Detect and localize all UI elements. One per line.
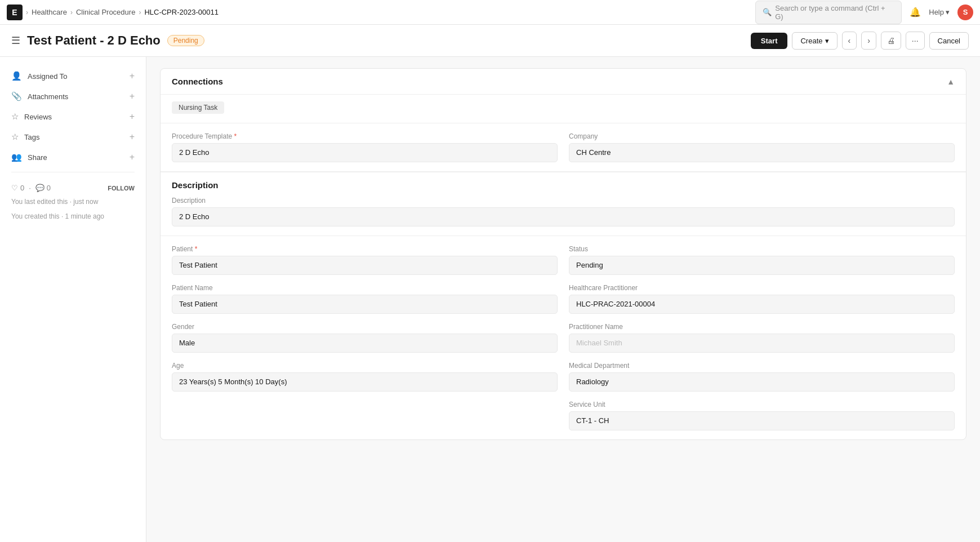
- healthcare-practitioner-label: Healthcare Practitioner: [569, 284, 955, 292]
- breadcrumb-clinical-procedure[interactable]: Clinical Procedure: [76, 8, 136, 16]
- comment-icon: 💬: [35, 184, 44, 192]
- patient-value[interactable]: Test Patient: [172, 256, 558, 275]
- share-add-icon[interactable]: +: [130, 152, 135, 162]
- sidebar-item-assigned-to-label: Assigned To: [28, 72, 68, 81]
- create-chevron-icon: ▾: [825, 37, 829, 45]
- connections-collapse-icon[interactable]: ▲: [947, 77, 955, 86]
- layout: 👤 Assigned To + 📎 Attachments + ☆ Review…: [0, 57, 980, 542]
- heart-icon: ♡: [11, 184, 18, 192]
- share-icon: 👥: [11, 152, 22, 162]
- prev-button[interactable]: ‹: [842, 32, 857, 50]
- comments-count[interactable]: 💬 0: [35, 184, 51, 192]
- sidebar-item-tags-label: Tags: [24, 133, 39, 141]
- age-field: Age 23 Years(s) 5 Month(s) 10 Day(s): [172, 362, 558, 392]
- breadcrumb: E › Healthcare › Clinical Procedure › HL…: [7, 5, 219, 20]
- create-label: Create: [800, 37, 822, 45]
- notification-bell-icon[interactable]: 🔔: [910, 7, 921, 17]
- sep2: ›: [70, 8, 73, 16]
- topbar-right: 🔍 Search or type a command (Ctrl + G) 🔔 …: [755, 1, 973, 24]
- page-header-left: ☰ Test Patient - 2 D Echo Pending: [11, 33, 204, 48]
- service-unit-field: Service Unit CT-1 - CH: [569, 401, 955, 430]
- follow-button[interactable]: FOLLOW: [108, 185, 135, 192]
- gender-value[interactable]: Male: [172, 334, 558, 353]
- age-spacer: [172, 401, 558, 430]
- sidebar-item-attachments-label: Attachments: [28, 92, 68, 101]
- gender-field: Gender Male: [172, 323, 558, 353]
- medical-department-field: Medical Department Radiology: [569, 362, 955, 392]
- app-icon[interactable]: E: [7, 5, 23, 20]
- user-avatar[interactable]: S: [957, 5, 973, 20]
- attachments-add-icon[interactable]: +: [130, 91, 135, 101]
- sidebar-item-tags[interactable]: ☆ Tags +: [0, 127, 146, 147]
- connections-title: Connections: [172, 77, 223, 86]
- medical-department-value[interactable]: Radiology: [569, 372, 955, 392]
- status-badge: Pending: [167, 35, 204, 46]
- create-button[interactable]: Create ▾: [792, 32, 837, 50]
- reviews-add-icon[interactable]: +: [130, 112, 135, 122]
- page-header-right: Start Create ▾ ‹ › 🖨 ··· Cancel: [751, 32, 969, 50]
- tags-add-icon[interactable]: +: [130, 132, 135, 142]
- patient-name-value[interactable]: Test Patient: [172, 295, 558, 314]
- created-timestamp: You created this · 1 minute ago: [11, 211, 135, 221]
- gender-label: Gender: [172, 323, 558, 331]
- patient-form-grid: Patient * Test Patient Status Pending Pa…: [161, 236, 966, 439]
- next-button[interactable]: ›: [861, 32, 876, 50]
- sidebar-item-share-label: Share: [28, 153, 47, 162]
- sidebar-divider: [11, 172, 135, 172]
- breadcrumb-healthcare[interactable]: Healthcare: [32, 8, 67, 16]
- connections-card-header: Connections ▲: [161, 69, 966, 95]
- start-button[interactable]: Start: [751, 33, 788, 49]
- sidebar-item-attachments[interactable]: 📎 Attachments +: [0, 86, 146, 106]
- description-section: Description Description 2 D Echo: [161, 171, 966, 236]
- healthcare-practitioner-value[interactable]: HLC-PRAC-2021-00004: [569, 295, 955, 314]
- sidebar: 👤 Assigned To + 📎 Attachments + ☆ Review…: [0, 57, 146, 542]
- company-label: Company: [569, 132, 955, 140]
- help-label: Help: [929, 8, 944, 16]
- description-section-title: Description: [161, 172, 966, 192]
- search-placeholder: Search or type a command (Ctrl + G): [775, 4, 894, 21]
- procedure-template-field: Procedure Template * 2 D Echo: [172, 132, 558, 162]
- connections-card: Connections ▲ Nursing Task Procedure Tem…: [160, 68, 966, 440]
- nursing-task-tag[interactable]: Nursing Task: [172, 101, 224, 114]
- likes-count[interactable]: ♡ 0: [11, 184, 24, 192]
- last-edited-timestamp: You last edited this · just now: [11, 197, 135, 207]
- sidebar-item-reviews-label: Reviews: [24, 113, 52, 121]
- assigned-to-add-icon[interactable]: +: [130, 71, 135, 81]
- procedure-template-value[interactable]: 2 D Echo: [172, 143, 558, 162]
- more-options-button[interactable]: ···: [906, 32, 925, 50]
- sidebar-item-assigned-to[interactable]: 👤 Assigned To +: [0, 66, 146, 86]
- help-button[interactable]: Help ▾: [929, 8, 950, 16]
- tags-icon: ☆: [11, 132, 19, 142]
- procedure-template-label: Procedure Template *: [172, 132, 558, 140]
- likes-value: 0: [20, 184, 24, 192]
- description-value[interactable]: 2 D Echo: [172, 207, 955, 226]
- print-button[interactable]: 🖨: [881, 32, 901, 50]
- company-value[interactable]: CH Centre: [569, 143, 955, 162]
- status-value[interactable]: Pending: [569, 256, 955, 275]
- medical-department-label: Medical Department: [569, 362, 955, 370]
- patient-name-label: Patient Name: [172, 284, 558, 292]
- main-content: Connections ▲ Nursing Task Procedure Tem…: [146, 57, 980, 542]
- activity-bar: ♡ 0 · 💬 0 FOLLOW: [11, 184, 135, 192]
- practitioner-name-value[interactable]: Michael Smith: [569, 334, 955, 353]
- reviews-icon: ☆: [11, 112, 19, 122]
- patient-section: Patient * Test Patient Status Pending Pa…: [161, 236, 966, 439]
- sidebar-meta: ♡ 0 · 💬 0 FOLLOW You last edited this · …: [0, 177, 146, 228]
- connections-body: Nursing Task: [161, 95, 966, 123]
- topbar: E › Healthcare › Clinical Procedure › HL…: [0, 0, 980, 25]
- patient-field: Patient * Test Patient: [172, 245, 558, 275]
- status-label: Status: [569, 245, 955, 253]
- patient-label: Patient *: [172, 245, 558, 253]
- search-bar[interactable]: 🔍 Search or type a command (Ctrl + G): [755, 1, 902, 24]
- help-chevron-icon: ▾: [946, 8, 950, 16]
- sidebar-item-reviews[interactable]: ☆ Reviews +: [0, 106, 146, 127]
- age-label: Age: [172, 362, 558, 370]
- cancel-button[interactable]: Cancel: [929, 32, 969, 50]
- service-unit-value[interactable]: CT-1 - CH: [569, 411, 955, 430]
- hamburger-menu-icon[interactable]: ☰: [11, 34, 20, 47]
- age-value[interactable]: 23 Years(s) 5 Month(s) 10 Day(s): [172, 372, 558, 392]
- patient-name-field: Patient Name Test Patient: [172, 284, 558, 314]
- sep3: ›: [139, 8, 141, 16]
- sidebar-item-share[interactable]: 👥 Share +: [0, 147, 146, 167]
- page-header: ☰ Test Patient - 2 D Echo Pending Start …: [0, 25, 980, 57]
